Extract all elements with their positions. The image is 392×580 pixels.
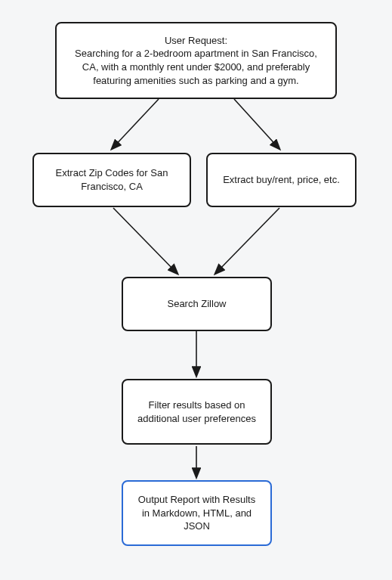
svg-line-0 [112, 99, 159, 149]
node-extract-params: Extract buy/rent, price, etc. [206, 153, 357, 207]
node-search-zillow-text: Search Zillow [167, 297, 226, 311]
node-filter-results-text: Filter results based on additional user … [134, 399, 260, 425]
node-filter-results: Filter results based on additional user … [122, 379, 272, 445]
node-search-zillow: Search Zillow [122, 277, 272, 331]
flowchart-canvas: User Request: Searching for a 2-bedroom … [0, 0, 392, 580]
node-user-request-body: Searching for a 2-bedroom apartment in S… [67, 47, 325, 87]
node-user-request: User Request: Searching for a 2-bedroom … [55, 22, 337, 99]
node-output-report: Output Report with Results in Markdown, … [122, 480, 272, 546]
node-output-report-text: Output Report with Results in Markdown, … [134, 493, 260, 533]
node-extract-zip: Extract Zip Codes for San Francisco, CA [32, 153, 191, 207]
node-extract-params-text: Extract buy/rent, price, etc. [223, 173, 340, 187]
svg-line-2 [113, 208, 177, 274]
svg-line-1 [234, 99, 279, 149]
node-user-request-title: User Request: [165, 34, 227, 48]
node-extract-zip-text: Extract Zip Codes for San Francisco, CA [45, 166, 179, 193]
svg-line-3 [215, 208, 279, 274]
